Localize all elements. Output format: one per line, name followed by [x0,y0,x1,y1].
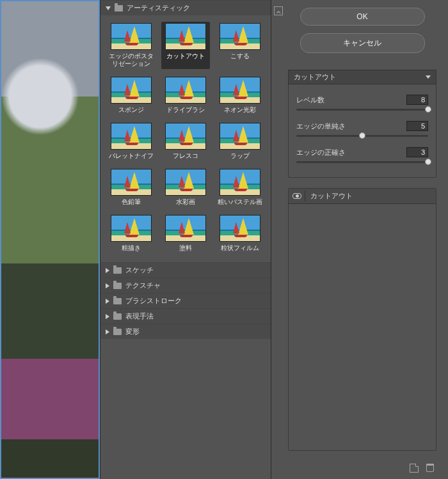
effect-dropdown[interactable]: カットアウト [288,70,436,84]
filter-thumbnail [165,77,206,104]
filter-item[interactable]: 粗いパステル画 [215,168,264,207]
category-header-distort[interactable]: 変形 [100,324,271,339]
filter-thumbnail [165,123,206,150]
param-levels-input[interactable] [406,95,428,105]
param-levels-slider[interactable] [296,109,428,111]
param-simplicity-input[interactable] [406,121,428,131]
chevron-right-icon [106,314,109,319]
effect-layer-row[interactable]: カットアウト [289,189,436,204]
filter-item[interactable]: こする [215,22,264,69]
filter-label: 粗いパステル画 [218,198,262,206]
artistic-filter-grid: エッジのポスタリゼーションカットアウトこするスポンジドライブラシネオン光彩パレッ… [100,15,271,262]
filter-item[interactable]: 水彩画 [161,168,211,207]
param-levels: レベル数 [289,91,436,111]
filter-thumbnail [111,77,152,104]
param-label: エッジの正確さ [296,148,346,157]
category-header-artistic[interactable]: アーティスティック [100,1,271,15]
folder-icon [115,5,123,12]
category-label: テクスチャ [125,281,161,290]
filter-item[interactable]: 色鉛筆 [107,168,156,207]
effect-dropdown-label: カットアウト [294,72,336,82]
filter-item[interactable]: エッジのポスタリゼーション [107,22,156,69]
chevron-down-icon [426,75,431,79]
filter-label: ラップ [230,152,250,160]
filter-thumbnail [111,123,152,150]
filter-item[interactable]: ラップ [215,122,264,161]
slider-knob[interactable] [425,159,431,165]
param-simplicity: エッジの単純さ [289,117,436,137]
filter-thumbnail [220,23,260,50]
filter-thumbnail [111,215,152,242]
filter-label: 塗料 [179,244,192,252]
cancel-button[interactable]: キャンセル [300,33,425,53]
category-label: ブラシストローク [125,296,182,306]
preview-image [1,1,99,478]
folder-icon [113,329,122,335]
category-header-stylize[interactable]: 表現手法 [100,309,271,324]
param-fidelity-slider[interactable] [296,161,428,163]
effect-layers-panel: カットアウト [288,188,436,451]
chevron-right-icon [106,283,109,288]
preview-pane[interactable] [0,0,100,479]
category-label: スケッチ [125,265,154,275]
slider-knob[interactable] [425,106,431,113]
filter-thumbnail [165,169,206,196]
double-chevron-up-icon: ︽ [276,8,280,14]
folder-icon [113,298,122,304]
collapse-panel-button[interactable]: ︽ [274,6,283,15]
filter-label: エッジのポスタリゼーション [108,52,155,68]
ok-button[interactable]: OK [300,8,425,26]
category-header-sketch[interactable]: スケッチ [100,263,271,278]
filter-thumbnail [165,215,206,242]
visibility-toggle[interactable] [289,191,305,201]
folder-icon [113,283,122,289]
filter-label: こする [230,52,250,60]
filter-thumbnail [165,23,206,50]
filter-item[interactable]: 塗料 [161,214,211,253]
param-simplicity-slider[interactable] [296,135,428,137]
filter-label: ネオン光彩 [224,106,256,114]
folder-icon [113,313,122,320]
filter-thumbnail [220,215,260,242]
filter-item[interactable]: ネオン光彩 [215,75,264,115]
filter-settings-panel: カットアウト レベル数 エッジの単純さ [288,70,436,178]
filter-item[interactable]: ドライブラシ [161,75,211,115]
filter-label: ドライブラシ [166,106,205,114]
chevron-right-icon [106,299,109,304]
category-header-texture[interactable]: テクスチャ [100,278,271,293]
category-label: 変形 [125,327,140,336]
new-effect-layer-button[interactable] [410,464,419,473]
param-label: レベル数 [296,95,324,105]
category-header-brushstrokes[interactable]: ブラシストローク [100,294,271,308]
filter-thumbnail [220,123,260,150]
param-fidelity: エッジの正確さ [289,143,436,163]
category-label: 表現手法 [125,311,154,321]
filter-item[interactable]: スポンジ [107,75,156,115]
filter-label: 粒状フィルム [221,244,259,252]
filter-thumbnail [220,77,260,104]
chevron-down-icon [106,6,111,10]
filter-label: 粗描き [122,244,141,252]
delete-effect-layer-button[interactable] [426,464,434,472]
slider-knob[interactable] [359,132,365,139]
layers-footer [288,464,436,473]
filter-item[interactable]: カットアウト [161,22,211,69]
filter-item[interactable]: フレスコ [161,122,211,161]
filter-label: カットアウト [166,52,205,60]
filter-label: パレットナイフ [109,152,154,160]
param-fidelity-input[interactable] [406,147,428,157]
chevron-right-icon [106,268,109,273]
filter-label: 水彩画 [176,198,195,206]
filter-item[interactable]: パレットナイフ [107,122,156,161]
filter-label: 色鉛筆 [122,198,141,206]
category-label: アーティスティック [127,3,190,13]
filter-label: フレスコ [173,152,198,160]
filter-thumbnail [111,23,152,50]
effect-layer-name: カットアウト [305,189,436,203]
filter-thumbnail [220,169,260,196]
filter-thumbnail [111,169,152,196]
param-label: エッジの単純さ [296,122,346,131]
category-artistic: アーティスティック エッジのポスタリゼーションカットアウトこするスポンジドライブ… [100,0,271,262]
filter-item[interactable]: 粗描き [107,214,156,253]
filter-item[interactable]: 粒状フィルム [215,214,264,253]
